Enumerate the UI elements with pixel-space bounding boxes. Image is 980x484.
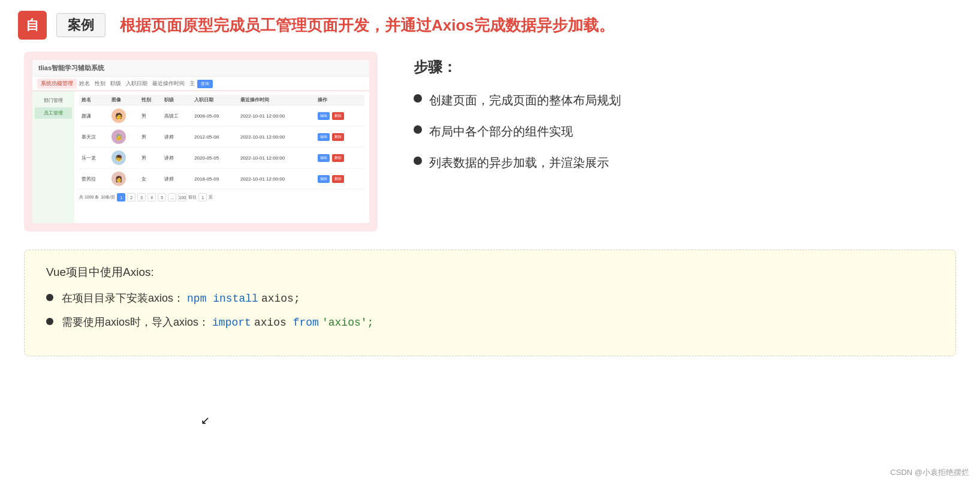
code-text-1: 在项目目录下安装axios： npm install axios; bbox=[62, 291, 300, 305]
mockup-nav-items: 姓名 性别 职级 入职日期 最近操作时间 主 bbox=[79, 80, 195, 88]
code-text-2: 需要使用axios时，导入axios： import axios from 'a… bbox=[62, 315, 373, 329]
step-bullet-1 bbox=[414, 94, 422, 103]
page-btn-3[interactable]: 3 bbox=[137, 193, 146, 202]
code-section-title: Vue项目中使用Axios: bbox=[46, 264, 934, 280]
mockup-sidebar-dept[interactable]: 部门管理 bbox=[35, 95, 72, 106]
code-import: import bbox=[212, 317, 251, 329]
step-bullet-3 bbox=[414, 157, 422, 165]
del-btn[interactable]: 删除 bbox=[332, 175, 344, 183]
mockup-sidebar: 部门管理 员工管理 bbox=[32, 91, 74, 223]
mockup-titlebar: tlias智能学习辅助系统 bbox=[32, 60, 369, 77]
page-btn-5[interactable]: 5 bbox=[158, 193, 166, 202]
step-item-1: 创建页面，完成页面的整体布局规划 bbox=[414, 91, 956, 109]
page-btn-100[interactable]: 100 bbox=[178, 193, 186, 202]
step-item-2: 布局中各个部分的组件实现 bbox=[414, 122, 956, 140]
header-tag: 案例 bbox=[56, 13, 105, 37]
code-section: Vue项目中使用Axios: 在项目目录下安装axios： npm instal… bbox=[24, 249, 956, 356]
del-btn[interactable]: 删除 bbox=[332, 154, 344, 162]
step-text-1: 创建页面，完成页面的整体布局规划 bbox=[429, 91, 621, 109]
code-npm-install: npm install bbox=[187, 293, 258, 305]
steps-title: 步骤： bbox=[414, 58, 956, 77]
mockup-nav-section: 系统功能管理 bbox=[37, 79, 77, 89]
code-axios-2: axios bbox=[254, 317, 293, 329]
table-row: 颜谦 🧑 男 高级工 2008-05-09 2022-10-01 12:00:0… bbox=[79, 106, 364, 127]
mockup-body: 部门管理 员工管理 姓名 图像 性别 职级 入职日期 bbox=[32, 91, 369, 223]
mockup-pagination: 共 1000 条 10条/页 1 2 3 4 5 ... 100 前往 1 页 bbox=[79, 193, 364, 202]
code-row-2: 需要使用axios时，导入axios： import axios from 'a… bbox=[46, 315, 934, 329]
step-item-3: 列表数据的异步加载，并渲染展示 bbox=[414, 154, 956, 172]
watermark: CSDN @小袁拒绝摆烂 bbox=[890, 467, 969, 478]
del-btn[interactable]: 删除 bbox=[332, 112, 344, 120]
mockup-sidebar-emp[interactable]: 员工管理 bbox=[35, 107, 72, 119]
code-bullet-2 bbox=[46, 318, 53, 325]
mockup-table: 姓名 图像 性别 职级 入职日期 最近操作时间 操作 颜谦 bbox=[79, 95, 364, 190]
code-bullet-1 bbox=[46, 294, 53, 301]
mockup-main: 姓名 图像 性别 职级 入职日期 最近操作时间 操作 颜谦 bbox=[74, 91, 369, 223]
cursor: ↙ bbox=[201, 414, 210, 427]
header: 自 案例 根据页面原型完成员工管理页面开发，并通过Axios完成数据异步加载。 bbox=[0, 0, 980, 46]
page-btn-1[interactable]: 1 bbox=[117, 193, 125, 202]
edit-btn[interactable]: 编辑 bbox=[318, 112, 330, 120]
mockup-inner: tlias智能学习辅助系统 系统功能管理 姓名 性别 职级 入职日期 最近操作时… bbox=[32, 60, 369, 223]
step-text-3: 列表数据的异步加载，并渲染展示 bbox=[429, 154, 609, 172]
code-axios-1: axios; bbox=[261, 293, 300, 305]
header-icon: 自 bbox=[18, 11, 47, 40]
header-title: 根据页面原型完成员工管理页面开发，并通过Axios完成数据异步加载。 bbox=[120, 15, 614, 36]
mockup-container: tlias智能学习辅助系统 系统功能管理 姓名 性别 职级 入职日期 最近操作时… bbox=[24, 52, 378, 232]
edit-btn[interactable]: 编辑 bbox=[318, 154, 330, 162]
main-content: tlias智能学习辅助系统 系统功能管理 姓名 性别 职级 入职日期 最近操作时… bbox=[0, 46, 980, 232]
step-text-2: 布局中各个部分的组件实现 bbox=[429, 122, 573, 140]
edit-btn[interactable]: 编辑 bbox=[318, 133, 330, 141]
page-btn-2[interactable]: 2 bbox=[127, 193, 135, 202]
code-from: from bbox=[293, 317, 319, 329]
page-goto-input[interactable]: 1 bbox=[198, 193, 207, 202]
steps-panel: 步骤： 创建页面，完成页面的整体布局规划 布局中各个部分的组件实现 列表数据的异… bbox=[402, 52, 956, 185]
edit-btn[interactable]: 编辑 bbox=[318, 175, 330, 183]
mockup-search-btn[interactable]: 查询 bbox=[197, 80, 213, 88]
del-btn[interactable]: 删除 bbox=[332, 133, 344, 141]
code-axios-str: 'axios'; bbox=[322, 317, 373, 329]
step-bullet-2 bbox=[414, 125, 422, 134]
page-btn-ellipsis: ... bbox=[168, 193, 176, 202]
table-row: 蕾芮拉 👩 女 讲师 2018-05-09 2022-10-01 12:00:0… bbox=[79, 169, 364, 190]
mockup-nav: 系统功能管理 姓名 性别 职级 入职日期 最近操作时间 主 查询 bbox=[32, 77, 369, 91]
table-row: 乐一龙 👦 男 讲师 2020-05-05 2022-10-01 12:00:0… bbox=[79, 148, 364, 169]
table-row: 慕天汉 🧓 男 讲师 2012-05-08 2022-10-01 12:00:0… bbox=[79, 127, 364, 148]
page-btn-4[interactable]: 4 bbox=[147, 193, 156, 202]
code-row-1: 在项目目录下安装axios： npm install axios; bbox=[46, 291, 934, 305]
